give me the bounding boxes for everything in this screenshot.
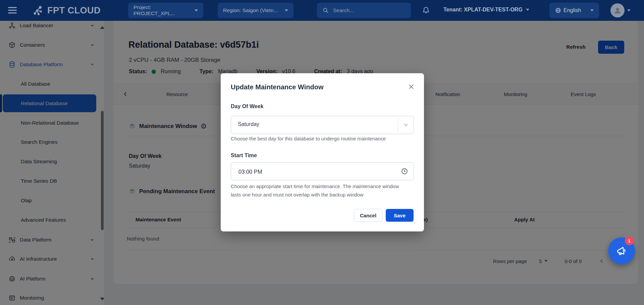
- hamburger-menu-icon[interactable]: [8, 7, 17, 13]
- globe-icon: [555, 7, 561, 14]
- tenant-dropdown-value: Tenant: XPLAT-DEV-TEST-ORG: [443, 7, 523, 13]
- chevron-down-icon: [195, 9, 198, 11]
- language-dropdown[interactable]: English: [549, 3, 599, 18]
- select-divider: [398, 118, 398, 132]
- top-navbar: FPT CLOUD Project: PROJECT_XPL... Region…: [0, 0, 644, 21]
- modal-start-time-label: Start Time: [231, 152, 257, 159]
- global-search: [317, 3, 411, 18]
- chevron-down-icon: [285, 9, 288, 11]
- start-time-input[interactable]: [238, 163, 367, 181]
- modal-title: Update Maintenance Window: [231, 83, 324, 91]
- project-dropdown[interactable]: Project: PROJECT_XPL...: [128, 3, 203, 18]
- chevron-down-icon: [590, 9, 594, 11]
- start-time-field: [231, 162, 414, 180]
- notification-badge: 1: [625, 236, 634, 245]
- day-of-week-selected-value: Saturday: [238, 121, 259, 127]
- clock-icon[interactable]: [401, 168, 408, 175]
- announcements-fab[interactable]: 1: [608, 237, 635, 264]
- day-of-week-select[interactable]: Saturday: [231, 116, 414, 134]
- day-of-week-help-text: Choose the best day for this database to…: [231, 135, 386, 143]
- fpt-cloud-logo: FPT CLOUD: [32, 4, 101, 16]
- close-icon[interactable]: [407, 83, 415, 91]
- start-time-help-text: Choose an appropriate start time for mai…: [231, 182, 405, 199]
- region-dropdown[interactable]: Region: Saigon (Vietn...: [218, 3, 293, 18]
- brand-name: FPT CLOUD: [47, 5, 101, 16]
- update-maintenance-window-modal: Update Maintenance Window Day Of Week Sa…: [221, 73, 424, 231]
- search-input[interactable]: [332, 7, 394, 14]
- chevron-down-icon: [526, 9, 529, 11]
- cancel-button[interactable]: Cancel: [354, 209, 382, 222]
- save-button[interactable]: Save: [386, 209, 414, 222]
- notifications-bell-icon[interactable]: [421, 6, 431, 15]
- modal-day-of-week-label: Day Of Week: [231, 103, 264, 110]
- tenant-dropdown[interactable]: Tenant: XPLAT-DEV-TEST-ORG: [443, 7, 529, 13]
- project-dropdown-value: Project: PROJECT_XPL...: [133, 4, 191, 16]
- molecule-logo-icon: [32, 4, 44, 16]
- user-menu[interactable]: [610, 3, 631, 17]
- chevron-down-icon: [403, 122, 409, 128]
- language-value: English: [564, 7, 581, 13]
- region-dropdown-value: Region: Saigon (Vietn...: [223, 7, 278, 13]
- search-icon: [322, 7, 329, 14]
- megaphone-icon: [615, 244, 628, 258]
- chevron-down-icon: [627, 9, 631, 11]
- avatar: [610, 3, 625, 17]
